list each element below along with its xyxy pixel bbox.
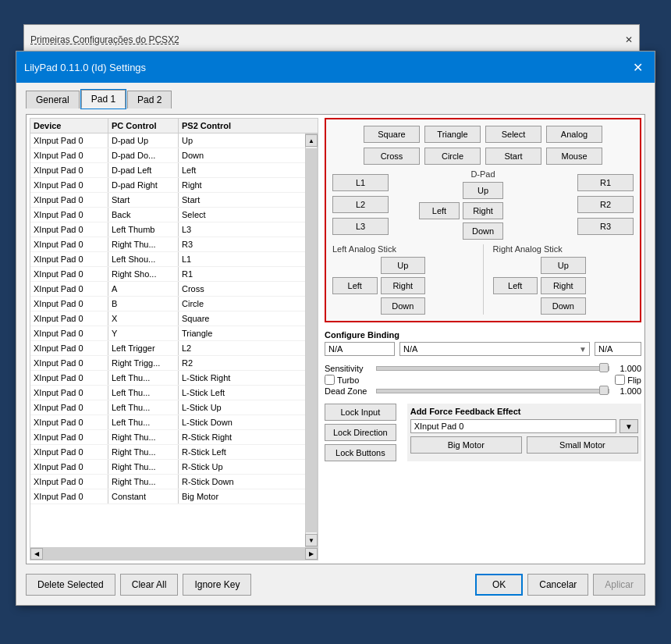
table-row[interactable]: XInput Pad 0 Back Select [30,208,305,222]
sensitivity-thumb[interactable] [599,363,609,372]
row-pc: Right Trigg... [108,356,179,370]
bg-window-close[interactable]: ✕ [625,34,633,45]
table-row[interactable]: XInput Pad 0 Right Trigg... R2 [30,356,305,371]
table-row[interactable]: XInput Pad 0 Left Thu... L-Stick Right [30,371,305,386]
btn-rstick-up[interactable]: Up [541,257,586,274]
table-row[interactable]: XInput Pad 0 Right Thu... R-Stick Up [30,460,305,475]
btn-cross[interactable]: Cross [364,148,420,165]
table-row[interactable]: XInput Pad 0 Right Thu... R-Stick Left [30,445,305,460]
ff-device-input[interactable] [410,419,616,433]
binding-input3[interactable] [595,342,641,356]
small-motor-button[interactable]: Small Motor [527,436,638,454]
left-analog-stick: Left Analog Stick Up Left Right Dow [332,244,474,315]
btn-start[interactable]: Start [485,148,541,165]
btn-dpad-up[interactable]: Up [463,182,503,199]
btn-circle[interactable]: Circle [424,148,481,165]
table-row[interactable]: XInput Pad 0 Constant Big Motor [30,489,305,504]
table-row[interactable]: XInput Pad 0 A Cross [30,282,305,297]
ignore-key-button[interactable]: Ignore Key [183,574,251,596]
row-pc: Left Thu... [108,415,179,429]
btn-l2[interactable]: L2 [332,196,389,213]
table-row[interactable]: XInput Pad 0 Left Thu... L-Stick Left [30,386,305,400]
btn-r2[interactable]: R2 [577,196,634,213]
table-row[interactable]: XInput Pad 0 Left Thu... L-Stick Down [30,415,305,430]
close-button[interactable]: ✕ [628,58,647,76]
btn-rstick-left[interactable]: Left [493,277,538,294]
table-row[interactable]: XInput Pad 0 Right Thu... R3 [30,237,305,252]
tab-pad1[interactable]: Pad 1 [81,90,126,109]
btn-rstick-down[interactable]: Down [541,297,586,315]
device-list-panel: Device PC Control PS2 Control XInput Pad… [30,118,318,560]
btn-lstick-right[interactable]: Right [381,277,426,294]
btn-l3[interactable]: L3 [332,218,389,235]
btn-dpad-left[interactable]: Left [419,202,460,219]
btn-mouse[interactable]: Mouse [546,148,602,165]
table-row[interactable]: XInput Pad 0 Left Thu... L-Stick Up [30,400,305,415]
btn-rstick-right[interactable]: Right [541,277,586,294]
tab-pad2[interactable]: Pad 2 [127,91,172,109]
row-device: XInput Pad 0 [30,252,108,266]
row-ps2: R-Stick Up [179,460,305,474]
btn-r1[interactable]: R1 [577,174,634,191]
table-row[interactable]: XInput Pad 0 B Circle [30,297,305,311]
btn-lstick-up[interactable]: Up [381,257,426,274]
btn-dpad-down[interactable]: Down [463,222,503,240]
btn-triangle[interactable]: Triangle [424,126,481,143]
scroll-left-arrow[interactable]: ◀ [30,548,43,560]
tab-general[interactable]: General [26,91,80,109]
binding-input2[interactable] [399,342,590,356]
btn-l1[interactable]: L1 [332,174,389,191]
dropdown-arrow[interactable]: ▼ [579,345,587,354]
scroll-right-arrow[interactable]: ▶ [305,548,318,560]
big-motor-button[interactable]: Big Motor [410,436,522,454]
table-row[interactable]: XInput Pad 0 D-pad Right Right [30,178,305,193]
sensitivity-slider[interactable] [376,366,609,371]
table-row[interactable]: XInput Pad 0 Y Triangle [30,326,305,341]
btn-square[interactable]: Square [364,126,420,143]
btn-dpad-right[interactable]: Right [463,202,503,219]
row-device: XInput Pad 0 [30,445,108,459]
scroll-down-arrow[interactable]: ▼ [305,534,318,546]
delete-selected-button[interactable]: Delete Selected [26,574,115,596]
apply-button[interactable]: Aplicar [593,574,645,596]
table-row[interactable]: XInput Pad 0 X Square [30,311,305,326]
btn-r3[interactable]: R3 [577,218,634,235]
lock-direction-button[interactable]: Lock Direction [325,424,396,441]
row-device: XInput Pad 0 [30,178,108,192]
row-ps2: L-Stick Left [179,386,305,400]
binding-input1[interactable] [325,342,395,356]
device-list-scroll[interactable]: XInput Pad 0 D-pad Up Up XInput Pad 0 D-… [30,133,305,547]
btn-lstick-left[interactable]: Left [332,277,378,294]
table-row[interactable]: XInput Pad 0 Left Shou... L1 [30,252,305,267]
turbo-label: Turbo [337,375,359,385]
lock-buttons-button[interactable]: Lock Buttons [325,444,396,461]
table-row[interactable]: XInput Pad 0 D-pad Left Left [30,163,305,178]
row-device: XInput Pad 0 [30,371,108,385]
table-row[interactable]: XInput Pad 0 Right Thu... R-Stick Right [30,430,305,445]
lock-input-button[interactable]: Lock Input [325,404,396,421]
analog-sticks: Left Analog Stick Up Left Right Dow [332,244,634,315]
turbo-checkbox[interactable] [325,375,335,385]
table-row[interactable]: XInput Pad 0 Left Thumb L3 [30,222,305,237]
flip-checkbox[interactable] [615,375,625,385]
l-buttons: L1 L2 L3 [332,174,389,235]
row-device: XInput Pad 0 [30,415,108,429]
table-row[interactable]: XInput Pad 0 Right Sho... R1 [30,267,305,282]
clear-all-button[interactable]: Clear All [120,574,179,596]
dead-zone-slider[interactable] [376,389,609,393]
dead-zone-thumb[interactable] [599,386,609,395]
dpad-area: D-Pad Up Left Right Down [398,169,568,240]
table-row[interactable]: XInput Pad 0 D-pad Do... Down [30,148,305,163]
ff-dropdown-arrow[interactable]: ▼ [620,419,638,433]
ok-button[interactable]: OK [475,574,523,596]
table-row[interactable]: XInput Pad 0 Start Start [30,193,305,208]
btn-lstick-down[interactable]: Down [381,297,426,315]
table-row[interactable]: XInput Pad 0 D-pad Up Up [30,133,305,148]
table-row[interactable]: XInput Pad 0 Right Thu... R-Stick Down [30,475,305,489]
table-row[interactable]: XInput Pad 0 Left Trigger L2 [30,341,305,356]
btn-select[interactable]: Select [485,126,541,143]
row-ps2: L1 [179,252,305,266]
cancel-button[interactable]: Cancelar [527,574,588,596]
btn-analog[interactable]: Analog [546,126,602,143]
scroll-up-arrow[interactable]: ▲ [305,134,318,147]
